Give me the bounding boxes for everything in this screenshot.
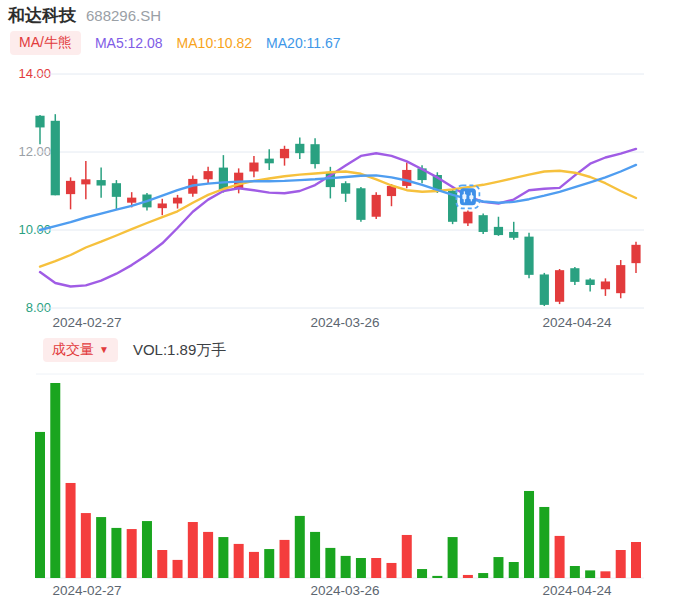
volume-bar-37[interactable]: [585, 570, 595, 578]
candle-body: [265, 159, 274, 164]
candle-body: [66, 181, 75, 194]
volume-bar-20[interactable]: [325, 548, 335, 578]
candlestick-31[interactable]: [494, 217, 503, 236]
volume-bar-40[interactable]: [631, 542, 641, 578]
volume-bar-12[interactable]: [203, 532, 213, 578]
volume-bar-14[interactable]: [234, 544, 244, 578]
volume-bar-10[interactable]: [173, 560, 183, 578]
volume-bar-18[interactable]: [295, 516, 305, 578]
volume-bar-8[interactable]: [142, 521, 152, 578]
candlestick-18[interactable]: [295, 138, 304, 159]
candlestick-9[interactable]: [158, 199, 167, 215]
ma10-legend-value: MA10:10.82: [177, 35, 253, 51]
volume-bar-39[interactable]: [616, 550, 626, 578]
volume-chart-canvas[interactable]: [0, 365, 686, 606]
candlestick-2[interactable]: [51, 114, 60, 195]
vol-x-axis-date-2: 2024-03-26: [310, 583, 379, 598]
candle-body: [249, 163, 258, 172]
volume-bar-35[interactable]: [555, 536, 565, 578]
volume-header: 成交量 ▼ VOL:1.89万手: [43, 338, 226, 362]
volume-bar-4[interactable]: [81, 513, 91, 578]
candlestick-34[interactable]: [540, 273, 549, 306]
candlestick-39[interactable]: [616, 260, 625, 298]
candlestick-21[interactable]: [341, 181, 350, 202]
candlestick-29[interactable]: [463, 211, 472, 227]
volume-bar-22[interactable]: [356, 558, 366, 578]
candle-body: [204, 171, 213, 179]
volume-bar-23[interactable]: [371, 558, 381, 578]
vol-x-axis-date-1: 2024-02-27: [52, 583, 121, 598]
volume-bar-5[interactable]: [96, 517, 106, 578]
candle-body: [97, 180, 106, 185]
volume-bar-9[interactable]: [157, 550, 167, 578]
volume-bar-7[interactable]: [127, 529, 137, 578]
chart-header: 和达科技 688296.SH: [8, 4, 161, 27]
volume-bar-34[interactable]: [539, 507, 549, 578]
volume-bar-2[interactable]: [50, 383, 60, 578]
candlestick-17[interactable]: [280, 146, 289, 166]
ma20-line: [40, 165, 636, 230]
volume-bar-30[interactable]: [478, 573, 488, 578]
candle-body: [570, 268, 579, 282]
candlestick-5[interactable]: [97, 168, 106, 198]
candlestick-22[interactable]: [356, 187, 365, 222]
ma5-legend-value: MA5:12.08: [95, 35, 163, 51]
volume-bar-19[interactable]: [310, 532, 320, 578]
candlestick-40[interactable]: [631, 242, 640, 273]
candlestick-30[interactable]: [479, 214, 488, 234]
volume-bar-27[interactable]: [432, 576, 442, 578]
candlestick-3[interactable]: [66, 177, 75, 209]
volume-bar-29[interactable]: [463, 575, 473, 578]
volume-bar-32[interactable]: [509, 562, 519, 578]
x-axis-date-1: 2024-02-27: [52, 315, 121, 330]
volume-bar-13[interactable]: [218, 537, 228, 578]
volume-bar-26[interactable]: [417, 569, 427, 578]
candle-body: [601, 281, 610, 289]
ma-mode-badge[interactable]: MA/牛熊: [10, 31, 81, 55]
candlestick-37[interactable]: [586, 278, 595, 291]
volume-indicator-selector[interactable]: 成交量 ▼: [43, 338, 118, 362]
stock-chart-app: 和达科技 688296.SH MA/牛熊 MA5:12.08 MA10:10.8…: [0, 0, 686, 606]
candlestick-15[interactable]: [249, 156, 258, 177]
volume-bar-17[interactable]: [280, 540, 290, 578]
candlestick-12[interactable]: [204, 167, 213, 184]
volume-bar-15[interactable]: [249, 552, 259, 578]
candle-body: [173, 198, 182, 204]
candlestick-38[interactable]: [601, 278, 610, 296]
candlestick-35[interactable]: [555, 269, 564, 304]
volume-bar-25[interactable]: [402, 535, 412, 578]
dropdown-arrow-icon: ▼: [99, 345, 109, 355]
candle-body: [540, 274, 549, 304]
candle-body: [127, 198, 136, 203]
volume-bar-16[interactable]: [264, 549, 274, 578]
volume-bar-1[interactable]: [35, 432, 45, 578]
volume-bar-36[interactable]: [570, 566, 580, 578]
candlestick-1[interactable]: [35, 115, 44, 144]
candlestick-36[interactable]: [570, 267, 579, 285]
volume-bar-11[interactable]: [188, 522, 198, 578]
volume-bar-31[interactable]: [493, 557, 503, 578]
candlestick-10[interactable]: [173, 195, 182, 209]
volume-bar-28[interactable]: [448, 537, 458, 578]
volume-bar-38[interactable]: [600, 571, 610, 578]
candlestick-23[interactable]: [372, 192, 381, 219]
candle-body: [341, 183, 350, 194]
volume-bar-6[interactable]: [111, 528, 121, 578]
candlestick-32[interactable]: [509, 222, 518, 240]
candlestick-33[interactable]: [524, 233, 533, 279]
volume-bar-3[interactable]: [66, 483, 76, 578]
volume-value: VOL:1.89万手: [133, 341, 226, 360]
candlestick-6[interactable]: [112, 180, 121, 209]
volume-bar-33[interactable]: [524, 491, 534, 578]
volume-bar-24[interactable]: [386, 563, 396, 578]
volume-bar-21[interactable]: [341, 556, 351, 578]
candle-body: [586, 280, 595, 285]
candlestick-4[interactable]: [81, 161, 90, 199]
candlestick-25[interactable]: [402, 163, 411, 189]
candlestick-19[interactable]: [310, 138, 319, 168]
ma5-line: [40, 149, 636, 287]
candlestick-chart-canvas[interactable]: [0, 60, 686, 315]
marker-glyph: [469, 195, 473, 199]
candle-body: [524, 237, 533, 275]
ma-legend: MA/牛熊 MA5:12.08 MA10:10.82 MA20:11.67: [10, 31, 341, 55]
